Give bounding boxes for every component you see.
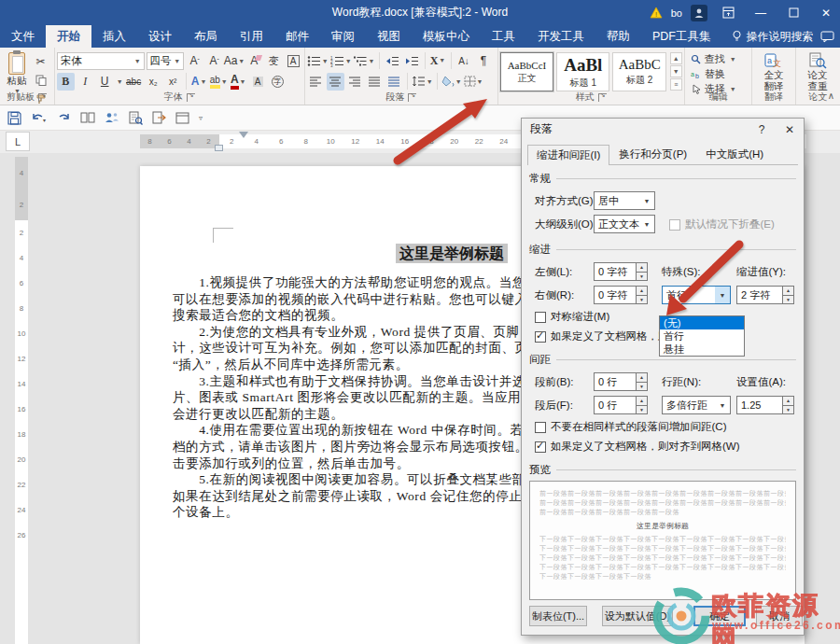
tab-mailings[interactable]: 邮件 [274,25,320,48]
numbering-button[interactable]: 123▼ [330,52,352,70]
dropdown-option-hanging[interactable]: 悬挂 [660,343,744,356]
space-after-spinner[interactable]: 0 行▲▼ [594,396,648,414]
tab-tools[interactable]: 工具 [481,25,526,48]
phonetic-guide-button[interactable]: 变 [265,52,283,70]
text-effects-button[interactable]: A▼ [190,73,208,91]
show-hide-marks-button[interactable]: ¶ [475,52,493,70]
tab-references[interactable]: 引用 [229,25,274,48]
decrease-indent-button[interactable] [384,52,401,70]
tab-insert[interactable]: 插入 [91,25,137,48]
switch-windows-icon[interactable] [175,112,189,124]
thesis-check-button[interactable]: 论文 查重 [798,50,837,91]
clear-formatting-button[interactable]: A [245,52,263,70]
tab-stop-selector[interactable]: L [6,132,30,151]
undo-button[interactable]: ▾ [31,111,48,124]
share-contacts-icon[interactable] [105,111,119,124]
styles-scroll-down-icon[interactable]: ▼ [670,65,682,77]
line-spacing-combo[interactable]: 多倍行距▼ [662,396,731,414]
dialog-help-icon[interactable]: ? [748,119,776,140]
outline-level-combo[interactable]: 正文文本▼ [594,215,655,233]
subscript-button[interactable]: x₂ [145,73,162,91]
superscript-button[interactable]: x² [164,73,182,91]
multilevel-list-button[interactable]: ▼ [354,52,375,70]
align-right-button[interactable] [346,73,364,91]
maximize-button[interactable] [781,0,805,25]
line-spacing-at-spinner[interactable]: 1.25▲▼ [736,396,794,414]
minimize-button[interactable]: — [749,0,773,25]
side-by-side-icon[interactable] [80,111,95,124]
find-button[interactable]: 查找▼ [691,52,749,66]
change-case-button[interactable]: Aa▼ [225,52,243,70]
feedback-icon[interactable] [820,25,834,48]
tab-file[interactable]: 文件 [0,25,46,48]
vertical-ruler[interactable]: 42 2468101214161820222426 [15,157,28,644]
replace-button[interactable]: ab替换 [691,67,749,81]
line-spacing-button[interactable]: ▼ [412,73,433,91]
print-preview-button[interactable] [129,111,143,125]
indent-left-spinner[interactable]: 0 字符▲▼ [594,262,648,281]
strikethrough-button[interactable]: abc [125,73,143,91]
tab-review[interactable]: 审阅 [320,25,366,48]
style-normal[interactable]: AaBbCcI 正文 [500,52,553,91]
no-space-same-style-checkbox[interactable]: 不要在相同样式的段落间增加间距(C) [529,417,796,437]
save-button[interactable] [7,111,21,125]
font-name-combo[interactable]: 宋体▼ [57,52,145,70]
copy-button[interactable] [32,71,49,89]
tab-pdf-tools[interactable]: PDF工具集 [641,25,722,48]
font-color-button[interactable]: A▼ [230,73,247,91]
redo-button[interactable] [57,111,71,124]
collapse-ribbon-icon[interactable]: ∧ [828,91,834,101]
export-document-icon[interactable] [152,111,166,124]
styles-dialog-launcher-icon[interactable] [598,93,607,102]
close-button[interactable]: ✕ [814,0,838,25]
tab-layout[interactable]: 布局 [183,25,229,48]
bold-button[interactable]: B [57,73,75,91]
shrink-font-button[interactable]: Aˇ [205,52,223,70]
alignment-combo[interactable]: 居中▼ [594,191,655,210]
tell-me-search[interactable]: 操作说明搜索 [722,25,823,48]
justify-button[interactable] [366,73,384,91]
styles-more-icon[interactable]: ≡ [670,78,682,91]
snap-to-grid-checkbox[interactable]: 如果定义了文档网格，则对齐到网格(W) [529,437,796,456]
full-translate-button[interactable]: a文 全文 翻译 [754,50,793,91]
styles-scroll-up-icon[interactable]: ▲ [670,52,682,64]
borders-button[interactable]: ▼ [464,73,483,91]
tab-asian-typography[interactable]: 中文版式(H) [696,144,773,164]
ribbon-display-options-button[interactable] [716,0,740,25]
character-border-button[interactable]: A [285,52,302,70]
shading-button[interactable]: ▼ [441,73,462,91]
tab-developer[interactable]: 开发工具 [526,25,595,48]
increase-indent-button[interactable] [403,52,421,70]
highlight-button[interactable]: ab▼ [210,73,228,91]
enclose-characters-button[interactable]: 字 [269,73,287,91]
avatar[interactable] [691,5,707,21]
tab-line-page-breaks[interactable]: 换行和分页(P) [609,144,696,164]
character-shading-button[interactable]: A [249,73,267,91]
italic-button[interactable]: I [77,73,94,91]
indent-right-spinner[interactable]: 0 字符▲▼ [594,286,648,304]
font-size-combo[interactable]: 四号▼ [147,52,185,70]
left-indent-marker[interactable] [215,145,223,151]
asian-layout-button[interactable]: X▼ [429,52,447,70]
tab-design[interactable]: 设计 [137,25,183,48]
clipboard-dialog-launcher-icon[interactable] [38,93,47,102]
style-heading2[interactable]: AaBbC 标题 2 [612,52,665,91]
underline-button[interactable]: U [96,73,114,91]
first-line-indent-marker[interactable] [239,132,248,138]
bullets-button[interactable]: ▼ [307,52,329,70]
qat-more-icon[interactable]: ▿ [199,114,203,122]
tabs-button[interactable]: 制表位(T)... [529,606,587,626]
space-before-spinner[interactable]: 0 行▲▼ [594,372,648,391]
font-dialog-launcher-icon[interactable] [187,93,195,102]
align-left-button[interactable] [307,73,325,91]
sort-button[interactable]: A↓ [455,52,473,70]
grow-font-button[interactable]: Aˆ [186,52,203,70]
dialog-close-icon[interactable]: ✕ [776,119,804,140]
tab-help[interactable]: 帮助 [595,25,641,48]
cut-button[interactable]: ✂ [32,52,49,70]
tab-home[interactable]: 开始 [46,25,91,48]
style-heading1[interactable]: AaBl 标题 1 [556,52,609,91]
tab-indents-spacing[interactable]: 缩进和间距(I) [527,145,609,165]
tab-view[interactable]: 视图 [366,25,412,48]
align-center-button[interactable] [327,73,344,91]
